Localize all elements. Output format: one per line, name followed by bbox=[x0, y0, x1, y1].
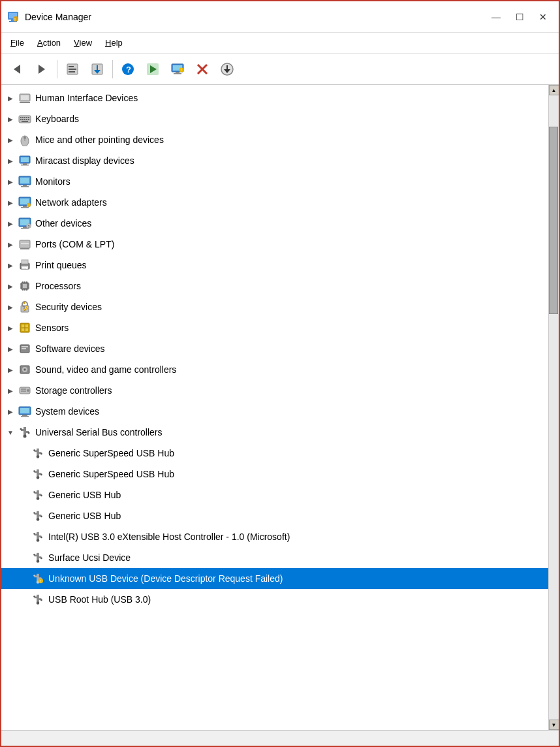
tree-item-ports[interactable]: ▶ Ports (COM & LPT) bbox=[1, 234, 548, 255]
svg-point-168 bbox=[40, 599, 42, 601]
svg-point-136 bbox=[40, 495, 42, 497]
tree-item-unknown-usb[interactable]: ! Unknown USB Device (Device Descriptor … bbox=[1, 568, 548, 589]
toolbar-forward-button[interactable] bbox=[30, 57, 54, 81]
svg-point-130 bbox=[40, 474, 42, 476]
tree-label-usb-hub1: Generic SuperSpeed USB Hub bbox=[48, 448, 174, 458]
tree-item-miracast[interactable]: ▶ Miracast display devices bbox=[1, 150, 548, 171]
tree-toggle-print[interactable]: ▶ bbox=[4, 259, 17, 272]
tree-toggle-sensors[interactable]: ▶ bbox=[4, 321, 17, 334]
tree-item-usb-root[interactable]: USB Root Hub (USB 3.0) bbox=[1, 589, 548, 610]
tree-item-software[interactable]: ▶ Software devices bbox=[1, 338, 548, 359]
toolbar-help-button[interactable]: ? bbox=[116, 57, 140, 81]
tree-icon-security: 🔑 bbox=[17, 299, 33, 315]
close-button[interactable]: ✕ bbox=[533, 8, 553, 26]
tree-toggle-mice[interactable]: ▶ bbox=[4, 133, 17, 146]
tree-item-usb[interactable]: ▼ Universal Serial Bus controllers bbox=[1, 422, 548, 443]
maximize-button[interactable]: ☐ bbox=[509, 8, 530, 26]
tree-icon-print bbox=[17, 257, 33, 273]
tree-toggle-network[interactable]: ▶ bbox=[4, 196, 17, 209]
tree-icon-monitors bbox=[17, 174, 33, 189]
tree-label-unknown-usb: Unknown USB Device (Device Descriptor Re… bbox=[48, 573, 283, 584]
svg-rect-31 bbox=[21, 95, 29, 100]
scroll-track[interactable] bbox=[549, 95, 559, 720]
svg-rect-51 bbox=[21, 165, 29, 166]
device-manager-window: ! Device Manager — ☐ ✕ File Action View … bbox=[0, 0, 560, 747]
tree-toggle-security[interactable]: ▶ bbox=[4, 300, 17, 313]
tree-item-security[interactable]: ▶ 🔑 Security devices bbox=[1, 296, 548, 317]
svg-rect-68 bbox=[21, 243, 29, 244]
tree-toggle-other[interactable]: ▶ bbox=[4, 217, 17, 230]
tree-toggle-usb[interactable]: ▼ bbox=[4, 426, 17, 439]
window-icon: ! bbox=[7, 10, 20, 24]
tree-item-network[interactable]: ▶ Network adapters bbox=[1, 192, 548, 213]
tree-toggle-storage[interactable]: ▶ bbox=[4, 384, 17, 397]
svg-rect-112 bbox=[22, 415, 27, 416]
toolbar-remove-button[interactable] bbox=[191, 57, 214, 81]
menu-file[interactable]: File bbox=[4, 35, 31, 50]
toolbar-update-button[interactable] bbox=[86, 57, 109, 81]
menu-help[interactable]: Help bbox=[99, 35, 129, 50]
toolbar-monitor-button[interactable]: ! bbox=[166, 57, 189, 81]
scroll-down-arrow[interactable]: ▼ bbox=[549, 720, 559, 730]
tree-item-processors[interactable]: ▶ bbox=[1, 276, 548, 296]
svg-point-119 bbox=[23, 435, 27, 438]
tree-item-usb-hub3[interactable]: Generic USB Hub bbox=[1, 485, 548, 505]
tree-icon-human-interface bbox=[17, 90, 33, 106]
tree-item-keyboards[interactable]: ▶ bbox=[1, 108, 548, 129]
tree-toggle-ports[interactable]: ▶ bbox=[4, 238, 17, 251]
tree-item-usb-hub2[interactable]: Generic SuperSpeed USB Hub bbox=[1, 464, 548, 485]
tree-toggle-processors[interactable]: ▶ bbox=[4, 279, 17, 293]
tree-icon-keyboards bbox=[17, 111, 33, 127]
tree-item-sensors[interactable]: ▶ Sensors bbox=[1, 317, 548, 338]
svg-point-107 bbox=[27, 389, 29, 392]
menu-action[interactable]: Action bbox=[31, 35, 67, 50]
tree-item-usb-hub1[interactable]: Generic SuperSpeed USB Hub bbox=[1, 443, 548, 464]
title-bar: ! Device Manager — ☐ ✕ bbox=[1, 1, 559, 33]
toolbar-install-button[interactable] bbox=[215, 57, 239, 81]
minimize-button[interactable]: — bbox=[486, 8, 506, 26]
svg-rect-38 bbox=[28, 117, 29, 118]
toolbar-separator-1 bbox=[57, 60, 57, 78]
scroll-up-arrow[interactable]: ▲ bbox=[549, 85, 559, 95]
tree-item-sound[interactable]: ▶ Sound, video and game controllers bbox=[1, 359, 548, 380]
tree-toggle-sound[interactable]: ▶ bbox=[4, 363, 17, 376]
tree-toggle-system[interactable]: ▶ bbox=[4, 405, 17, 418]
tree-toggle-human-interface[interactable]: ▶ bbox=[4, 91, 17, 104]
svg-point-149 bbox=[37, 539, 40, 542]
tree-item-storage[interactable]: ▶ Storage controllers bbox=[1, 380, 548, 401]
tree-icon-usb-hub3 bbox=[30, 487, 46, 503]
tree-icon-system bbox=[17, 404, 33, 419]
device-tree[interactable]: ▶ Human Interface Devices ▶ bbox=[1, 85, 548, 730]
tree-item-system[interactable]: ▶ System devices bbox=[1, 401, 548, 422]
svg-rect-74 bbox=[22, 268, 26, 268]
svg-rect-53 bbox=[20, 178, 29, 183]
tree-icon-network bbox=[17, 195, 33, 210]
toolbar-back-button[interactable] bbox=[5, 57, 29, 81]
toolbar-enable-button[interactable] bbox=[141, 57, 164, 81]
tree-item-other[interactable]: ▶ ? Other devices bbox=[1, 213, 548, 234]
svg-rect-58 bbox=[23, 206, 27, 207]
svg-rect-11 bbox=[69, 71, 75, 72]
vertical-scrollbar[interactable]: ▲ ▼ bbox=[548, 85, 559, 730]
tree-item-intel-usb[interactable]: Intel(R) USB 3.0 eXtensible Host Control… bbox=[1, 526, 548, 547]
tree-item-surface-ucsi[interactable]: Surface Ucsi Device bbox=[1, 547, 548, 568]
svg-rect-37 bbox=[26, 117, 27, 118]
toolbar-properties-button[interactable] bbox=[61, 57, 84, 81]
tree-icon-storage bbox=[17, 383, 33, 398]
tree-item-mice[interactable]: ▶ Mice and other pointing devices bbox=[1, 129, 548, 150]
tree-item-monitors[interactable]: ▶ Monitors bbox=[1, 171, 548, 192]
tree-toggle-keyboards[interactable]: ▶ bbox=[4, 112, 17, 125]
tree-item-human-interface[interactable]: ▶ Human Interface Devices bbox=[1, 87, 548, 108]
tree-icon-sound bbox=[17, 362, 33, 377]
tree-toggle-miracast[interactable]: ▶ bbox=[4, 154, 17, 167]
svg-rect-43 bbox=[28, 119, 29, 120]
tree-item-usb-hub4[interactable]: Generic USB Hub bbox=[1, 505, 548, 526]
menu-view[interactable]: View bbox=[67, 35, 99, 50]
tree-toggle-software[interactable]: ▶ bbox=[4, 342, 17, 355]
tree-toggle-monitors[interactable]: ▶ bbox=[4, 175, 17, 188]
svg-point-131 bbox=[37, 476, 40, 479]
scroll-thumb[interactable] bbox=[549, 127, 558, 314]
tree-icon-usb-hub1 bbox=[30, 445, 46, 461]
tree-item-print[interactable]: ▶ Print queues bbox=[1, 255, 548, 276]
tree-label-keyboards: Keyboards bbox=[35, 114, 79, 124]
